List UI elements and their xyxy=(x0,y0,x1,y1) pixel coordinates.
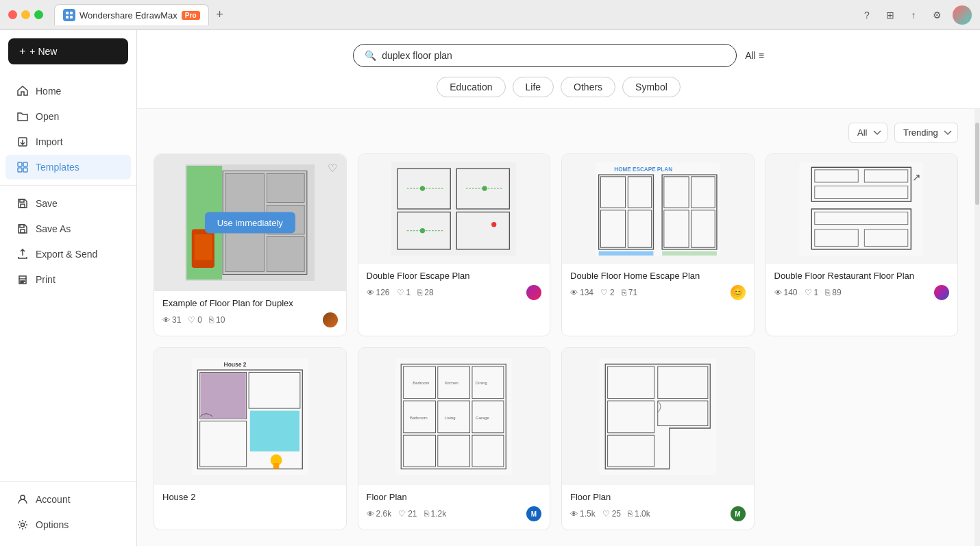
all-filter-button[interactable]: All ≡ xyxy=(745,50,764,61)
chip-others[interactable]: Others xyxy=(561,77,615,97)
heart-small-icon: ♡ xyxy=(397,288,404,297)
template-card[interactable]: Floor Plan 👁 1.5k ♡ 25 xyxy=(561,347,755,530)
svg-rect-73 xyxy=(273,463,280,469)
svg-text:↗: ↗ xyxy=(913,172,922,183)
copy-icon: ⎘ xyxy=(628,509,633,519)
floor-plan-svg: ↗ xyxy=(780,162,943,256)
view-count: 👁 140 xyxy=(774,288,798,297)
home-icon xyxy=(16,85,29,97)
app-tab[interactable]: Wondershare EdrawMax Pro xyxy=(54,4,209,25)
chip-symbol[interactable]: Symbol xyxy=(622,77,681,97)
export-icon xyxy=(16,248,29,260)
help-icon[interactable]: ? xyxy=(859,8,874,23)
template-card[interactable]: Bedroom Kitchen Dining Bathroom Living G… xyxy=(358,347,551,530)
svg-rect-27 xyxy=(195,234,212,260)
titlebar-right: ? ⊞ ↑ ⚙ xyxy=(859,5,972,25)
sidebar-item-export[interactable]: Export & Send xyxy=(5,242,131,266)
user-avatar[interactable] xyxy=(953,5,972,25)
close-button[interactable] xyxy=(8,10,17,19)
copy-icon: ⎘ xyxy=(825,288,830,297)
category-filter[interactable]: All xyxy=(848,123,887,142)
svg-rect-68 xyxy=(201,373,246,418)
sidebar-item-templates[interactable]: Templates xyxy=(5,155,131,179)
copy-count: ⎘ 28 xyxy=(417,288,433,297)
add-tab-button[interactable]: + xyxy=(212,7,228,23)
sidebar-item-print[interactable]: Print xyxy=(5,267,131,292)
svg-rect-25 xyxy=(267,237,304,272)
sidebar-item-save[interactable]: Save xyxy=(5,191,131,216)
new-icon: + xyxy=(19,45,25,58)
new-label: + New xyxy=(29,46,57,57)
like-count: ♡ 0 xyxy=(188,315,202,325)
svg-text:Dining: Dining xyxy=(476,381,488,385)
sort-filter[interactable]: Trending xyxy=(894,123,958,142)
nav-section: Home Open Import Templates xyxy=(0,73,136,470)
search-area: 🔍 All ≡ Education Life Others Symbol xyxy=(137,30,980,109)
view-count: 👁 126 xyxy=(367,288,390,297)
copy-count: ⎘ 1.2k xyxy=(424,509,447,519)
sidebar-item-save-as[interactable]: Save As xyxy=(5,216,131,241)
template-card[interactable]: ↗ Double Floor Restaurant Floor Plan 👁 1… xyxy=(765,153,959,336)
sidebar-item-import[interactable]: Import xyxy=(5,129,131,154)
card-thumbnail xyxy=(562,348,754,485)
sidebar-item-home[interactable]: Home xyxy=(5,79,131,103)
svg-rect-9 xyxy=(21,204,25,208)
maximize-button[interactable] xyxy=(34,10,43,19)
share-icon[interactable]: ↑ xyxy=(906,8,921,23)
chip-education[interactable]: Education xyxy=(437,77,505,97)
svg-text:Kitchen: Kitchen xyxy=(445,381,459,385)
traffic-lights xyxy=(8,10,43,19)
favorite-button[interactable]: ♡ xyxy=(324,160,341,176)
settings-icon[interactable]: ⚙ xyxy=(929,8,944,23)
svg-rect-11 xyxy=(21,229,25,233)
chip-life[interactable]: Life xyxy=(513,77,554,97)
divider xyxy=(0,185,136,186)
card-thumbnail: ♡ Use immediately xyxy=(154,154,346,291)
eye-icon: 👁 xyxy=(367,510,374,518)
card-info: Floor Plan 👁 1.5k ♡ 25 xyxy=(562,485,754,530)
sidebar-item-open-label: Open xyxy=(36,111,59,122)
minimize-button[interactable] xyxy=(21,10,30,19)
svg-rect-40 xyxy=(596,162,720,256)
titlebar: Wondershare EdrawMax Pro + ? ⊞ ↑ ⚙ xyxy=(0,0,980,30)
svg-rect-10 xyxy=(20,199,24,202)
svg-rect-15 xyxy=(21,282,23,283)
template-card[interactable]: HOME ESCAPE PLAN xyxy=(561,153,755,336)
grid-icon[interactable]: ⊞ xyxy=(883,8,898,23)
content-wrapper: All Trending xyxy=(137,109,980,546)
heart-small-icon: ♡ xyxy=(602,509,610,519)
account-icon xyxy=(16,493,29,506)
template-card[interactable]: Double Floor Escape Plan 👁 126 ♡ 1 xyxy=(358,153,551,336)
svg-point-16 xyxy=(21,495,25,499)
import-icon xyxy=(16,136,29,148)
sidebar-item-options[interactable]: Options xyxy=(5,512,131,537)
copy-icon: ⎘ xyxy=(622,288,626,297)
heart-small-icon: ♡ xyxy=(188,315,195,325)
card-thumbnail xyxy=(358,154,550,264)
sidebar-item-open[interactable]: Open xyxy=(5,104,131,129)
svg-text:House 2: House 2 xyxy=(224,361,247,368)
card-title: Example of Floor Plan for Duplex xyxy=(162,298,338,308)
filter-chips: Education Life Others Symbol xyxy=(437,77,681,97)
card-info: Double Floor Home Escape Plan 👁 134 ♡ 2 xyxy=(562,264,754,308)
author-avatar xyxy=(526,285,541,300)
like-count: ♡ 1 xyxy=(397,288,411,297)
card-info: Floor Plan 👁 2.6k ♡ 21 xyxy=(358,485,550,530)
view-count: 👁 2.6k xyxy=(367,509,392,519)
new-button[interactable]: + + New xyxy=(8,38,128,64)
svg-point-17 xyxy=(21,523,25,527)
main-layout: + + New Home Open xyxy=(0,30,980,546)
use-immediately-button[interactable]: Use immediately xyxy=(205,212,295,234)
content-area: 🔍 All ≡ Education Life Others Symbol xyxy=(137,30,980,546)
template-card[interactable]: ♡ Use immediately Example of Floor Plan … xyxy=(154,153,347,336)
sidebar-bottom: Account Options xyxy=(0,470,136,546)
sidebar-item-account[interactable]: Account xyxy=(5,487,131,512)
scrollbar-thumb[interactable] xyxy=(975,123,979,205)
heart-small-icon: ♡ xyxy=(398,509,406,519)
search-bar: 🔍 xyxy=(353,44,737,67)
sidebar-item-import-label: Import xyxy=(36,136,63,147)
search-input[interactable] xyxy=(382,50,725,61)
heart-icon: ♡ xyxy=(328,162,337,175)
eye-icon: 👁 xyxy=(570,288,578,297)
template-card[interactable]: House 2 xyxy=(154,347,347,530)
